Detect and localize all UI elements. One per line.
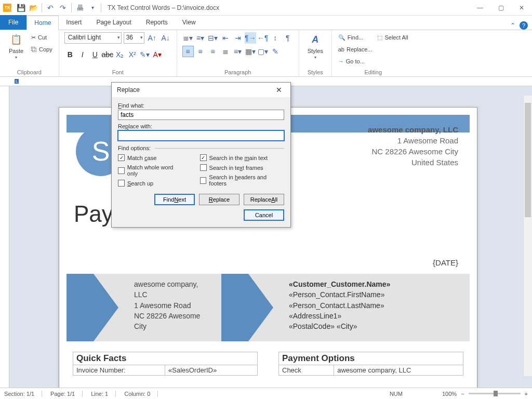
select-all-label: Select All <box>384 34 408 41</box>
show-marks-button[interactable]: ¶ <box>282 32 294 44</box>
multilevel-button[interactable]: ⊟▾ <box>207 32 219 44</box>
grow-font-button[interactable]: A↑ <box>147 32 158 44</box>
underline-button[interactable]: U <box>89 49 101 60</box>
page-title: Pay <box>74 201 113 227</box>
replace-with-input[interactable] <box>118 130 284 141</box>
zoom-slider[interactable] <box>469 393 521 394</box>
replace-button[interactable]: abReplace... <box>337 44 374 55</box>
font-name-select[interactable]: Calibri Light▾ <box>64 32 122 44</box>
company-name: awesome company, LLC <box>368 124 458 135</box>
whole-word-checkbox[interactable]: Match whole word only <box>118 164 184 177</box>
maximize-button[interactable]: ▢ <box>490 0 511 16</box>
goto-icon: → <box>338 58 344 64</box>
goto-button[interactable]: →Go to... <box>337 56 374 66</box>
line-spacing-button[interactable]: ≡▾ <box>232 46 244 57</box>
shading-button[interactable]: ▦▾ <box>245 46 256 57</box>
copy-icon: ⿻ <box>31 46 37 52</box>
font-color-button[interactable]: A▾ <box>152 49 163 60</box>
save-icon[interactable]: 💾 <box>15 2 26 14</box>
close-button[interactable]: ✕ <box>511 0 532 16</box>
rtl-button[interactable]: ←¶ <box>257 32 269 44</box>
styles-icon: A <box>308 32 323 47</box>
paste-label: Paste <box>9 48 23 54</box>
paste-button[interactable]: 📋 Paste ▾ <box>5 32 27 60</box>
tab-page-layout[interactable]: Page Layout <box>89 15 138 30</box>
to-l3: «AddressLine1» <box>289 311 390 321</box>
strike-button[interactable]: abc <box>102 49 113 60</box>
print-icon[interactable]: 🖶 <box>74 2 86 14</box>
main-text-checkbox[interactable]: ✓Search in the main text <box>200 154 284 161</box>
find-what-input[interactable] <box>118 110 284 120</box>
dialog-close-button[interactable]: ✕ <box>273 85 285 95</box>
tab-home[interactable]: Home <box>26 16 59 30</box>
quick-facts-table: Quick Facts Invoice Number: «SalesOrderI… <box>73 352 258 376</box>
undo-icon[interactable]: ↶ <box>45 2 56 14</box>
dec-indent-button[interactable]: ⇤ <box>220 32 231 44</box>
window-title: TX Text Control Words – D:\invoice.docx <box>108 4 470 11</box>
payment-options-table: Payment Options Check awesome company, L… <box>278 352 463 376</box>
inc-indent-button[interactable]: ⇥ <box>232 32 244 44</box>
open-icon[interactable]: 📂 <box>28 2 39 14</box>
cancel-button[interactable]: Cancel <box>244 209 284 221</box>
collapse-ribbon-icon[interactable]: ⌃ <box>510 22 515 29</box>
tab-reports[interactable]: Reports <box>139 15 175 30</box>
vertical-scrollbar[interactable] <box>523 96 532 376</box>
copy-button[interactable]: ⿻Copy <box>30 44 54 55</box>
font-size-select[interactable]: 36▾ <box>124 32 144 44</box>
status-bar: Section: 1/1 Page: 1/1 Line: 1 Column: 0… <box>0 388 532 399</box>
cut-label: Cut <box>38 34 47 41</box>
styles-button[interactable]: A Styles ▾ <box>304 32 326 60</box>
justify-button[interactable]: ≣ <box>220 46 231 57</box>
find-button[interactable]: 🔍Find... <box>337 32 374 43</box>
vertical-ruler[interactable] <box>0 86 9 388</box>
text-frames-checkbox[interactable]: Search in text frames <box>200 164 284 171</box>
file-tab[interactable]: File <box>0 15 26 30</box>
format-painter-button[interactable]: ✎ <box>270 46 281 57</box>
dialog-title-bar[interactable]: Replace ✕ <box>112 83 290 97</box>
borders-button[interactable]: ▢▾ <box>257 46 269 57</box>
scroll-thumb[interactable] <box>525 103 531 217</box>
replace-label: Replace... <box>347 46 373 52</box>
qat-more-icon[interactable]: ▾ <box>87 2 98 14</box>
align-left-button[interactable]: ≡ <box>182 46 194 57</box>
zoom-in-button[interactable]: + <box>525 391 528 397</box>
match-case-checkbox[interactable]: ✓Match case <box>118 154 184 161</box>
numbering-button[interactable]: ≡▾ <box>195 32 206 44</box>
qat-sep <box>101 3 101 12</box>
bold-button[interactable]: B <box>64 49 76 60</box>
subscript-button[interactable]: X₂ <box>114 49 126 60</box>
group-label: Clipboard <box>17 68 42 75</box>
superscript-button[interactable]: X² <box>127 49 138 60</box>
tab-insert[interactable]: Insert <box>59 15 89 30</box>
sort-button[interactable]: ↕ <box>270 32 281 44</box>
headers-checkbox[interactable]: Search in headers and footers <box>200 174 284 187</box>
tab-strip: File Home Insert Page Layout Reports Vie… <box>0 16 532 30</box>
zoom-out-button[interactable]: − <box>461 391 464 397</box>
bullets-button[interactable]: ≣▾ <box>182 32 194 44</box>
highlight-button[interactable]: ✎▾ <box>139 49 151 60</box>
status-line: Line: 1 <box>91 391 116 397</box>
arrow-icon <box>221 274 280 341</box>
shrink-font-button[interactable]: A↓ <box>160 32 171 44</box>
help-icon[interactable]: ? <box>520 21 528 30</box>
po-cell: Check <box>279 365 334 375</box>
from-address: awesome company, LLC 1 Awesome Road NC 2… <box>125 274 221 341</box>
replace-button[interactable]: Replace <box>199 194 240 205</box>
select-all-button[interactable]: ⬚Select All <box>376 32 409 43</box>
tab-view[interactable]: View <box>175 15 203 30</box>
to-l1: «Person_Contact.FirstName» <box>289 289 390 300</box>
label: Match whole word only <box>127 164 184 177</box>
po-title: Payment Options <box>278 352 463 365</box>
ltr-button[interactable]: ¶→ <box>245 32 256 44</box>
redo-icon[interactable]: ↷ <box>57 2 69 14</box>
align-right-button[interactable]: ≡ <box>207 46 219 57</box>
align-center-button[interactable]: ≡ <box>195 46 206 57</box>
italic-button[interactable]: I <box>77 49 88 60</box>
replace-all-button[interactable]: Replace All <box>244 194 284 205</box>
zoom-thumb[interactable] <box>494 391 498 396</box>
cut-button[interactable]: ✂Cut <box>30 32 54 43</box>
search-up-checkbox[interactable]: Search up <box>118 180 184 187</box>
minimize-button[interactable]: — <box>470 0 490 16</box>
find-next-button[interactable]: Find Next <box>154 194 195 205</box>
group-font: Calibri Light▾ 36▾ A↑ A↓ B I U abc X₂ X²… <box>59 30 177 76</box>
